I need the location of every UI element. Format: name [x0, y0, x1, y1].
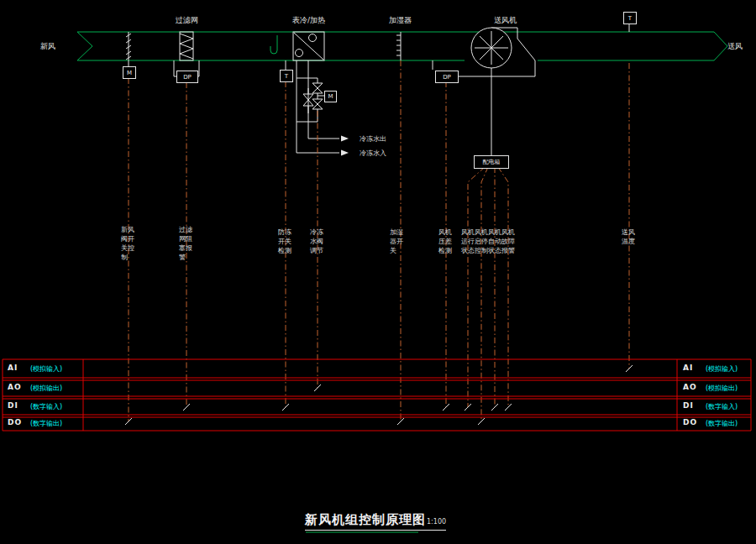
- io-right-di-desc: (数字输入): [706, 402, 738, 411]
- humidifier-icon: [396, 32, 401, 60]
- point-label-humidifier-switch: 加湿器开关: [390, 228, 404, 255]
- io-left-di-desc: (数字输入): [30, 402, 62, 411]
- duct-inlet-label: 新风: [40, 41, 55, 52]
- point-label-supply-temp: 送风温度: [622, 228, 636, 246]
- schematic-canvas: 新风 送风 过滤网 表冷/加热 加湿器 送风机 M DP T M DP T 配电…: [0, 0, 756, 544]
- coil-label: 表冷/加热: [292, 15, 325, 26]
- io-right-do-desc: (数字输出): [706, 419, 738, 428]
- temp-probe-icon: [270, 35, 277, 54]
- filter-label: 过滤网: [176, 15, 198, 26]
- damper-icon: [126, 32, 131, 66]
- drawing-title-text: 新风机组控制原理图: [305, 512, 426, 527]
- point-label-frost-switch: 防冻开关检测: [278, 228, 292, 255]
- point-label-fan-auto-status: 风机自动状态: [488, 228, 502, 255]
- io-left-do-code: DO: [8, 418, 22, 426]
- drawing-title-scale: 1:100: [427, 518, 446, 526]
- io-right-ao-code: AO: [683, 383, 697, 391]
- io-right-ai-code: AI: [683, 364, 693, 372]
- io-left-ai-desc: (模拟输入): [30, 364, 62, 374]
- io-left-di-code: DI: [8, 401, 18, 410]
- io-table-grid: [3, 359, 751, 431]
- fan-label: 送风机: [494, 15, 517, 26]
- point-label-fan-fault-alarm: 风机故障报警: [501, 228, 516, 255]
- duct-outlet-label: 送风: [727, 41, 743, 52]
- io-left-ai-code: AI: [8, 364, 18, 372]
- io-right-do-code: DO: [683, 418, 697, 426]
- fan-dp-sensor-box: DP: [435, 71, 459, 83]
- point-label-fan-dp: 风机压差检测: [438, 228, 453, 255]
- point-label-valve-modulation: 冷冻水阀调节: [310, 228, 324, 255]
- frost-sensor-box: T: [280, 70, 293, 82]
- io-left-ao-desc: (模拟输出): [30, 384, 62, 393]
- point-label-damper-control: 新风阀开关控制: [121, 225, 135, 262]
- damper-actuator-box: M: [123, 66, 136, 79]
- schematic-linework: [0, 0, 756, 544]
- supply-temp-sensor-box: T: [623, 12, 637, 24]
- duct-outline: [77, 32, 727, 60]
- fan-icon: [471, 28, 535, 155]
- chilled-water-in-label: 冷冻水入: [360, 149, 386, 158]
- control-wires: [129, 60, 629, 421]
- point-label-fan-start-stop: 风机启停控制: [475, 228, 489, 255]
- humidifier-label: 加湿器: [389, 15, 412, 26]
- drawing-title: 新风机组控制原理图1:100: [305, 511, 446, 531]
- io-left-ao-code: AO: [8, 383, 22, 391]
- io-right-ai-desc: (模拟输入): [706, 364, 738, 374]
- io-right-ao-desc: (模拟输出): [706, 384, 738, 393]
- pipe-flow-arrows: [341, 136, 349, 156]
- io-left-do-desc: (数字输出): [30, 419, 62, 428]
- fan-power-box: 配电箱: [474, 155, 509, 169]
- wire-terminal-ticks: [125, 365, 633, 425]
- filter-dp-sensor-box: DP: [176, 71, 198, 83]
- io-right-di-code: DI: [683, 401, 694, 410]
- valve-actuator-box: M: [324, 91, 337, 102]
- point-label-filter-alarm: 过滤网阻塞报警: [179, 225, 193, 262]
- point-label-fan-run-status: 风机运行状态: [461, 228, 475, 255]
- chilled-water-out-label: 冷冻水出: [360, 134, 386, 144]
- coil-icon: [293, 32, 324, 60]
